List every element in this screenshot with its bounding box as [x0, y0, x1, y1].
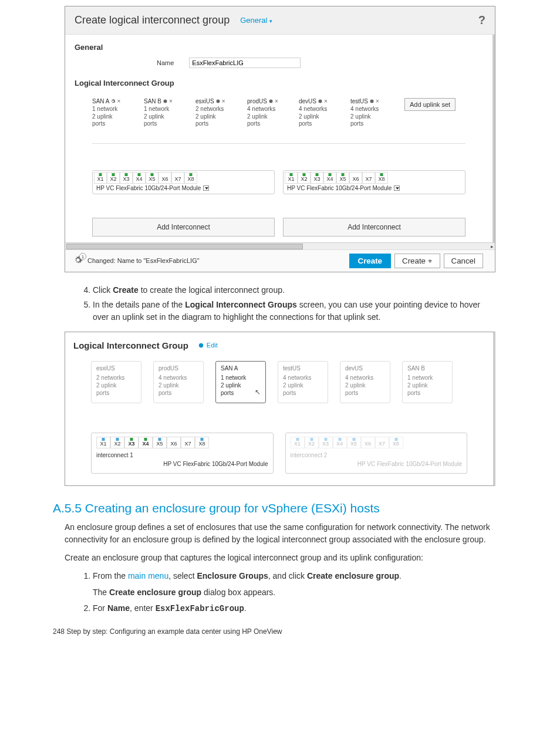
name-label: Name: [157, 59, 174, 66]
main-menu-link[interactable]: main menu: [128, 571, 168, 580]
general-section-label: General: [75, 43, 483, 52]
uplink-set[interactable]: SAN A × 1 network2 uplinkports: [92, 98, 133, 128]
port[interactable]: X6: [361, 437, 375, 448]
uplink-card[interactable]: testUS4 networks2 uplinkports: [278, 361, 328, 404]
port[interactable]: X2: [305, 437, 319, 448]
uplink-set[interactable]: devUS × 4 networks2 uplinkports: [299, 98, 340, 128]
uplink-set[interactable]: SAN B × 1 network2 uplinkports: [144, 98, 185, 128]
module-name: HP VC FlexFabric 10Gb/24-Port Module: [96, 185, 201, 191]
port[interactable]: X5: [153, 437, 167, 448]
uplink-card[interactable]: devUS4 networks2 uplinkports: [340, 361, 390, 404]
port[interactable]: X7: [171, 172, 184, 184]
port[interactable]: X1: [94, 172, 107, 184]
module-dropdown-icon[interactable]: [203, 185, 209, 191]
module-dropdown-icon[interactable]: [394, 185, 400, 191]
interconnect-2: X1 X2 X3 X4 X5 X6 X7 X8 interconnect 2 H…: [285, 433, 468, 474]
gear-icon[interactable]: [268, 99, 274, 104]
port[interactable]: X3: [319, 437, 333, 448]
create-button[interactable]: Create: [349, 254, 392, 268]
port[interactable]: X6: [158, 172, 171, 184]
port[interactable]: X3: [311, 172, 323, 184]
create-plus-button[interactable]: Create +: [394, 254, 440, 268]
name-input[interactable]: [189, 58, 301, 68]
horizontal-scrollbar[interactable]: ▸: [65, 242, 495, 249]
port[interactable]: X7: [375, 437, 389, 448]
uplink-sets-row: SAN A × 1 network2 uplinkports SAN B × 1…: [92, 98, 483, 128]
gear-icon[interactable]: [318, 99, 323, 104]
paragraph: An enclosure group defines a set of encl…: [65, 521, 495, 546]
view-dropdown[interactable]: General ▾: [240, 16, 272, 25]
svg-point-2: [269, 100, 272, 103]
add-interconnect-button[interactable]: Add Interconnect: [92, 218, 275, 237]
dialog-header: Create logical interconnect group Genera…: [65, 6, 495, 35]
uplink-card-hovered[interactable]: SAN A1 network2 uplinkports↖: [215, 361, 266, 404]
wiring-diagram: [92, 131, 465, 164]
close-icon[interactable]: ×: [169, 98, 173, 104]
close-icon[interactable]: ×: [275, 98, 278, 104]
close-icon[interactable]: ×: [222, 98, 225, 104]
activity-icon[interactable]: 1: [73, 255, 83, 266]
close-icon[interactable]: ×: [376, 98, 379, 104]
gear-icon[interactable]: [369, 99, 375, 104]
port[interactable]: X6: [167, 437, 181, 448]
close-icon[interactable]: ×: [117, 98, 120, 104]
section-heading: A.5.5 Creating an enclosure group for vS…: [53, 501, 537, 515]
uplink-card[interactable]: SAN B1 network2 uplinkports: [402, 361, 453, 404]
interconnect-bay-1: X1 X2 X3 X4 X5 X6 X7 X8 HP VC FlexFabric…: [92, 170, 275, 194]
port[interactable]: X8: [184, 172, 197, 184]
port[interactable]: X3: [120, 172, 133, 184]
add-uplink-set-button[interactable]: Add uplink set: [404, 98, 456, 111]
detail-title: Logical Interconnect Group: [73, 340, 188, 350]
lig-detail-view: Logical Interconnect Group Edit esxiUS2 …: [65, 332, 495, 487]
port-highlighted[interactable]: X3: [124, 437, 139, 448]
port[interactable]: X5: [336, 172, 349, 184]
svg-point-3: [319, 100, 322, 103]
changed-status: Changed: Name to "EsxFlexFabricLIG": [87, 257, 200, 264]
port[interactable]: X8: [389, 437, 403, 448]
add-interconnect-button[interactable]: Add Interconnect: [283, 218, 465, 237]
paragraph: Create an enclosure group that captures …: [65, 552, 495, 564]
port[interactable]: X4: [333, 437, 347, 448]
port[interactable]: X7: [181, 437, 195, 448]
lig-section-label: Logical Interconnect Group: [75, 79, 483, 87]
svg-point-0: [164, 100, 167, 103]
uplink-card[interactable]: esxiUS2 networks2 uplinkports: [91, 361, 141, 404]
gear-icon[interactable]: [110, 99, 116, 104]
port[interactable]: X7: [362, 172, 375, 184]
port[interactable]: X2: [110, 437, 124, 448]
activity-count: 1: [79, 253, 86, 260]
gear-icon[interactable]: [215, 99, 221, 104]
port[interactable]: X5: [347, 437, 361, 448]
wiring-diagram: [91, 409, 467, 433]
module-name: HP VC FlexFabric 10Gb/24-Port Module: [287, 185, 392, 191]
port[interactable]: X5: [146, 172, 158, 184]
step-4: Click Create to create the logical inter…: [93, 284, 495, 296]
port[interactable]: X1: [285, 172, 298, 184]
port[interactable]: X8: [195, 437, 209, 448]
uplink-set[interactable]: prodUS × 4 networks2 uplinkports: [247, 98, 288, 128]
port[interactable]: X8: [375, 172, 388, 184]
edit-link[interactable]: Edit: [198, 342, 218, 349]
port[interactable]: X2: [107, 172, 120, 184]
uplink-set[interactable]: esxiUS × 2 networks2 uplinkports: [195, 98, 237, 128]
step-2: For Name, enter EsxFlexFabricGroup.: [93, 602, 495, 616]
port[interactable]: X4: [323, 172, 336, 184]
module-name: HP VC FlexFabric 10Gb/24-Port Module: [291, 461, 463, 467]
port[interactable]: X6: [349, 172, 362, 184]
interconnect-1: X1 X2 X3 X4 X5 X6 X7 X8 interconnect 1 H…: [91, 433, 274, 474]
port[interactable]: X4: [133, 172, 146, 184]
interconnect-bay-2: X1 X2 X3 X4 X5 X6 X7 X8 HP VC FlexFabric…: [283, 170, 465, 194]
create-lig-dialog: Create logical interconnect group Genera…: [65, 6, 495, 272]
gear-icon[interactable]: [163, 99, 168, 104]
uplink-set[interactable]: testUS × 4 networks2 uplinkports: [350, 98, 392, 128]
help-icon[interactable]: ?: [478, 13, 485, 27]
uplink-card[interactable]: prodUS4 networks2 uplinkports: [153, 361, 204, 404]
page-footer: 248 Step by step: Configuring an example…: [53, 627, 537, 636]
port-highlighted[interactable]: X4: [139, 437, 153, 448]
port[interactable]: X1: [291, 437, 305, 448]
port[interactable]: X1: [96, 437, 110, 448]
port[interactable]: X2: [298, 172, 311, 184]
close-icon[interactable]: ×: [324, 98, 328, 104]
cursor-icon: ↖: [255, 388, 261, 397]
cancel-button[interactable]: Cancel: [444, 254, 484, 268]
